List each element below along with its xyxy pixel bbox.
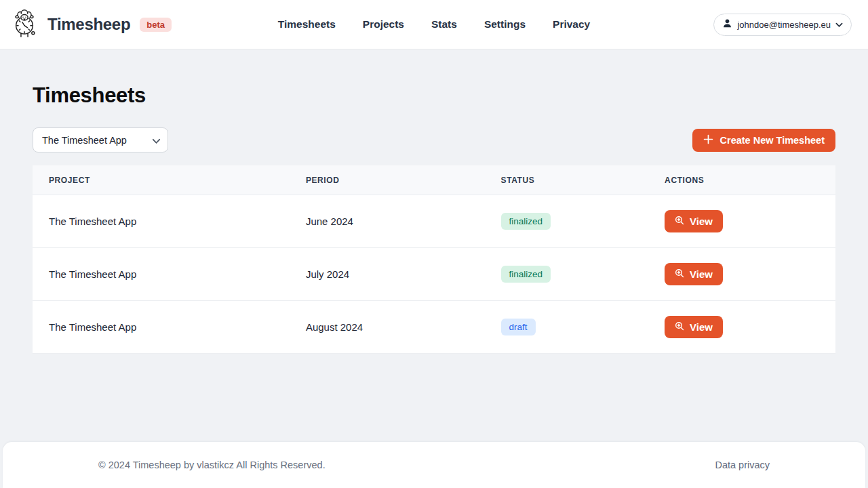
magnifier-icon (675, 268, 684, 280)
nav-item-projects[interactable]: Projects (363, 18, 404, 30)
brand: Timesheep beta (9, 7, 172, 41)
create-timesheet-button[interactable]: Create New Timesheet (692, 129, 835, 152)
timesheets-table: PROJECT PERIOD STATUS ACTIONS The Timesh… (33, 165, 835, 354)
table-row: The Timesheet App August 2024 draft (33, 301, 835, 354)
status-badge: finalized (501, 266, 551, 283)
main-content: Timesheets The Timesheet App Create New … (0, 49, 868, 354)
view-button[interactable]: View (665, 210, 723, 232)
view-button-label: View (690, 268, 713, 280)
project-filter-select[interactable]: The Timesheet App (33, 127, 168, 152)
sheep-clock-icon (9, 7, 39, 41)
cell-period: July 2024 (290, 248, 485, 301)
nav-item-settings[interactable]: Settings (484, 18, 526, 30)
page-title: Timesheets (33, 83, 835, 108)
project-filter: The Timesheet App (33, 127, 168, 152)
status-badge: draft (501, 319, 536, 336)
cell-period: August 2024 (290, 301, 485, 354)
nav-item-stats[interactable]: Stats (431, 18, 457, 30)
cell-project: The Timesheet App (33, 195, 290, 248)
view-button[interactable]: View (665, 316, 723, 338)
page-footer: © 2024 Timesheep by vlastikcz All Rights… (3, 442, 865, 488)
person-icon (722, 18, 732, 31)
cell-project: The Timesheet App (33, 301, 290, 354)
copyright-text: © 2024 Timesheep by vlastikcz All Rights… (98, 460, 326, 470)
create-timesheet-label: Create New Timesheet (720, 135, 825, 146)
beta-badge: beta (140, 18, 172, 32)
chevron-down-icon (835, 18, 843, 30)
app-header: Timesheep beta Timesheets Projects Stats… (0, 0, 868, 49)
column-header-status: STATUS (485, 165, 649, 195)
nav-item-privacy[interactable]: Privacy (553, 18, 590, 30)
user-menu-button[interactable]: johndoe@timesheep.eu (713, 14, 852, 36)
plus-icon (703, 134, 713, 146)
table-header-row: PROJECT PERIOD STATUS ACTIONS (33, 165, 835, 195)
table-row: The Timesheet App July 2024 finalized (33, 248, 835, 301)
user-email: johndoe@timesheep.eu (737, 20, 831, 30)
nav-item-timesheets[interactable]: Timesheets (278, 18, 336, 30)
view-button[interactable]: View (665, 263, 723, 285)
status-badge: finalized (501, 213, 551, 230)
column-header-period: PERIOD (290, 165, 485, 195)
column-header-actions: ACTIONS (648, 165, 835, 195)
data-privacy-link[interactable]: Data privacy (715, 460, 770, 470)
cell-project: The Timesheet App (33, 248, 290, 301)
controls-row: The Timesheet App Create New Timesheet (33, 127, 835, 152)
cell-period: June 2024 (290, 195, 485, 248)
view-button-label: View (690, 321, 713, 333)
column-header-project: PROJECT (33, 165, 290, 195)
brand-name: Timesheep (47, 15, 130, 34)
view-button-label: View (690, 216, 713, 227)
table-row: The Timesheet App June 2024 finalized (33, 195, 835, 248)
main-nav: Timesheets Projects Stats Settings Priva… (278, 18, 590, 30)
magnifier-icon (675, 321, 684, 333)
magnifier-icon (675, 216, 684, 227)
